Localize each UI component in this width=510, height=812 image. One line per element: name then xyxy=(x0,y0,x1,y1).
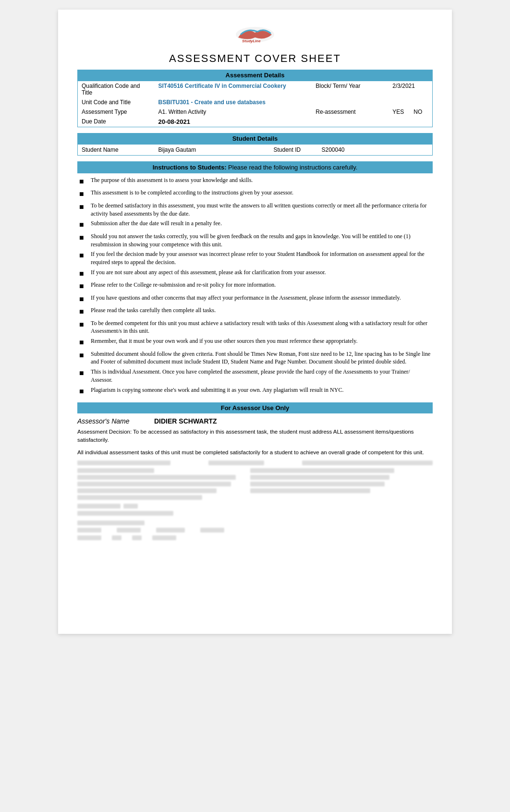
redacted-block-19 xyxy=(156,528,185,533)
instruction-item-6: ■ If you feel the decision made by your … xyxy=(79,250,431,267)
redacted-block-20 xyxy=(200,528,224,533)
due-date-value: 20-08-2021 xyxy=(155,117,312,127)
assessment-details-table: Qualification Code and Title SIT40516 Ce… xyxy=(77,81,433,127)
instruction-text-9: If you have questions and other concerns… xyxy=(91,294,431,304)
instruction-item-4: ■ Submission after the due date will res… xyxy=(79,219,431,230)
redacted-block-10 xyxy=(250,475,389,480)
assessor-section-header: For Assessor Use Only xyxy=(77,402,433,413)
no-label: NO xyxy=(413,109,422,115)
instruction-text-1: The purpose of this assessment is to ass… xyxy=(91,176,431,187)
bullet-3: ■ xyxy=(79,202,91,218)
qualification-row: Qualification Code and Title SIT40516 Ce… xyxy=(78,81,433,98)
bullet-14: ■ xyxy=(79,368,91,384)
bullet-1: ■ xyxy=(79,176,91,187)
bullet-2: ■ xyxy=(79,189,91,199)
redacted-block-17 xyxy=(77,528,101,533)
instruction-item-10: ■ Please read the tasks carefully then c… xyxy=(79,306,431,317)
bullet-15: ■ xyxy=(79,386,91,397)
assessor-section: For Assessor Use Only Assessor's Name DI… xyxy=(77,402,433,540)
redacted-block-22 xyxy=(112,535,121,540)
instruction-text-10: Please read the tasks carefully then com… xyxy=(91,306,431,317)
instruction-text-14: This is individual Assessment. Once you … xyxy=(91,368,431,384)
instruction-text-2: This assessment is to be completed accor… xyxy=(91,189,431,199)
redacted-block-2 xyxy=(208,461,264,465)
assessment-type-row: Assessment Type A1. Written Activity Re-… xyxy=(78,107,433,117)
svg-text:StudyLine: StudyLine xyxy=(242,39,261,43)
instruction-text-7: If you are not sure about any aspect of … xyxy=(91,268,431,279)
assessment-details-section: Assessment Details Qualification Code an… xyxy=(77,70,433,127)
student-row: Student Name Bijaya Gautam Student ID S2… xyxy=(78,145,433,156)
assessor-individual-text: All individual assessment tasks of this … xyxy=(77,448,433,457)
due-date-row: Due Date 20-08-2021 xyxy=(78,117,433,127)
instruction-text-5: Should you not answer the tasks correctl… xyxy=(91,232,431,249)
redacted-block-6 xyxy=(77,482,231,486)
redacted-block-4 xyxy=(77,468,154,473)
instructions-header-prefix: Instructions to Students: xyxy=(153,164,228,171)
instruction-item-3: ■ To be deemed satisfactory in this asse… xyxy=(79,202,431,218)
reassessment-label: Re-assessment xyxy=(312,107,389,117)
student-name-label: Student Name xyxy=(78,145,155,156)
redacted-row-1 xyxy=(77,461,433,465)
redacted-block-14 xyxy=(123,504,138,509)
assessor-name-value: DIDIER SCHWARTZ xyxy=(154,417,217,425)
page-container: StudyLine ASSESSMENT COVER SHEET Assessm… xyxy=(58,10,452,634)
qualification-value: SIT40516 Certificate IV in Commercial Co… xyxy=(155,81,312,98)
student-id-value: S200040 xyxy=(318,145,433,156)
assessor-name-row: Assessor's Name DIDIER SCHWARTZ xyxy=(77,417,433,425)
assessment-type-value: A1. Written Activity xyxy=(155,107,312,117)
assessment-details-header: Assessment Details xyxy=(77,70,433,81)
redacted-block-1 xyxy=(77,461,170,465)
redacted-block-18 xyxy=(117,528,141,533)
bullet-13: ■ xyxy=(79,350,91,366)
unit-value: BSBITU301 - Create and use databases xyxy=(155,97,312,107)
logo-area: StudyLine xyxy=(77,24,433,48)
bullet-5: ■ xyxy=(79,232,91,249)
yes-label: YES xyxy=(392,109,404,115)
redacted-block-7 xyxy=(77,488,217,493)
bullet-11: ■ xyxy=(79,319,91,336)
student-name-value: Bijaya Gautam xyxy=(155,145,270,156)
instruction-item-15: ■ Plagiarism is copying someone else's w… xyxy=(79,386,431,397)
redacted-row-3 xyxy=(77,504,433,540)
page-title: ASSESSMENT COVER SHEET xyxy=(77,52,433,65)
instruction-item-12: ■ Remember, that it must be your own wor… xyxy=(79,337,431,348)
instruction-item-1: ■ The purpose of this assessment is to a… xyxy=(79,176,431,187)
instruction-text-13: Submitted document should follow the giv… xyxy=(91,350,431,366)
bullet-7: ■ xyxy=(79,268,91,279)
bullet-9: ■ xyxy=(79,294,91,304)
student-id-label: Student ID xyxy=(270,145,318,156)
qualification-label: Qualification Code and Title xyxy=(78,81,155,98)
unit-label: Unit Code and Title xyxy=(78,97,155,107)
redacted-block-3 xyxy=(302,461,433,465)
unit-row: Unit Code and Title BSBITU301 - Create a… xyxy=(78,97,433,107)
redacted-block-13 xyxy=(77,504,121,509)
student-details-header: Student Details xyxy=(77,133,433,144)
assessor-decision-text: Assessment Decision: To be accessed as s… xyxy=(77,428,433,445)
redacted-area xyxy=(77,461,433,540)
redacted-block-5 xyxy=(77,475,236,480)
student-details-section: Student Details Student Name Bijaya Gaut… xyxy=(77,133,433,156)
instruction-item-8: ■ Please refer to the College re-submiss… xyxy=(79,281,431,291)
redacted-block-15 xyxy=(77,511,173,516)
instruction-item-7: ■ If you are not sure about any aspect o… xyxy=(79,268,431,279)
assessment-type-label: Assessment Type xyxy=(78,107,155,117)
redacted-row-2 xyxy=(77,468,433,500)
block-term-label: Block/ Term/ Year xyxy=(312,81,389,98)
redacted-block-23 xyxy=(132,535,142,540)
logo-icon: StudyLine xyxy=(233,24,277,46)
instruction-text-11: To be deemed competent for this unit you… xyxy=(91,319,431,336)
instruction-item-11: ■ To be deemed competent for this unit y… xyxy=(79,319,431,336)
instruction-text-12: Remember, that it must be your own work … xyxy=(91,337,431,348)
instruction-item-14: ■ This is individual Assessment. Once yo… xyxy=(79,368,431,384)
block-term-value: 2/3/2021 xyxy=(389,81,432,98)
bullet-4: ■ xyxy=(79,219,91,230)
redacted-block-12 xyxy=(250,488,370,493)
redacted-block-9 xyxy=(250,468,394,473)
instruction-item-9: ■ If you have questions and other concer… xyxy=(79,294,431,304)
instruction-text-8: Please refer to the College re-submissio… xyxy=(91,281,431,291)
instruction-text-4: Submission after the due date will resul… xyxy=(91,219,431,230)
redacted-block-8 xyxy=(77,495,202,500)
assessor-name-label: Assessor's Name xyxy=(77,417,154,425)
bullet-10: ■ xyxy=(79,306,91,317)
instruction-item-13: ■ Submitted document should follow the g… xyxy=(79,350,431,366)
